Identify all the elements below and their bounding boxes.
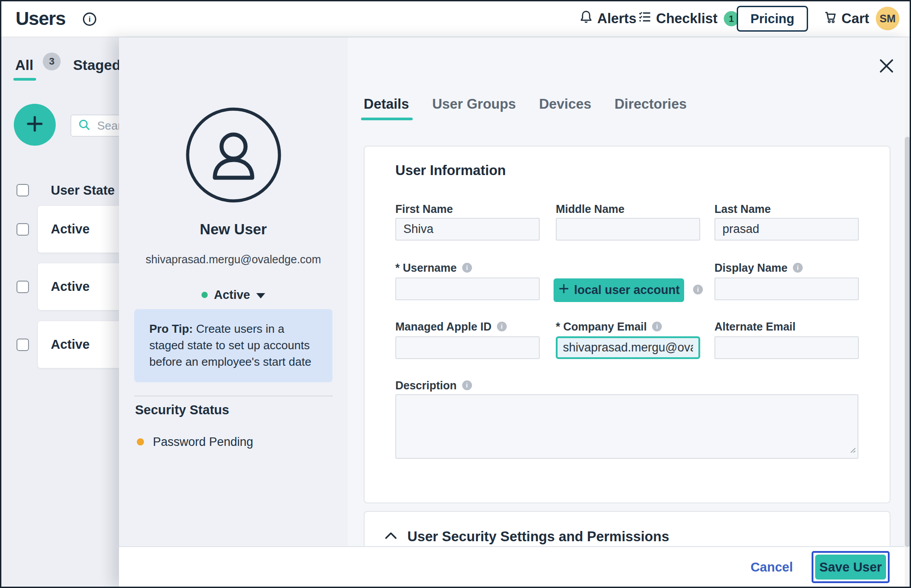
alternate-email-input[interactable] bbox=[714, 336, 859, 359]
plus-icon bbox=[25, 114, 44, 135]
status-label: Active bbox=[214, 288, 250, 302]
save-user-button[interactable]: Save User bbox=[815, 555, 886, 580]
divider bbox=[134, 396, 333, 396]
cart-button[interactable]: Cart bbox=[824, 0, 869, 37]
local-user-account-button[interactable]: local user account bbox=[554, 278, 684, 302]
display-name-input[interactable] bbox=[714, 278, 859, 300]
middle-name-input[interactable] bbox=[556, 218, 700, 241]
middle-name-label: Middle Name bbox=[556, 202, 624, 216]
checklist-icon bbox=[638, 10, 652, 27]
pro-tip-label: Pro Tip: bbox=[149, 322, 193, 335]
status-dot-amber bbox=[137, 438, 144, 445]
user-status-dropdown[interactable]: Active bbox=[119, 287, 348, 303]
description-label: Descriptioni bbox=[395, 379, 472, 392]
info-icon[interactable]: i bbox=[83, 12, 96, 26]
save-button-focus-ring: Save User bbox=[812, 551, 890, 583]
security-section-title: User Security Settings and Permissions bbox=[407, 529, 669, 545]
user-state-value: Active bbox=[51, 279, 90, 294]
managed-apple-id-input[interactable] bbox=[395, 336, 540, 359]
company-email-label: * Company Emaili bbox=[556, 320, 662, 333]
info-icon[interactable]: i bbox=[462, 263, 472, 273]
tab-directories[interactable]: Directories bbox=[615, 96, 687, 120]
profile-panel: New User shivaprasad.mergu@ovaledge.com … bbox=[119, 37, 348, 587]
cancel-button[interactable]: Cancel bbox=[751, 560, 793, 575]
last-name-label: Last Name bbox=[714, 202, 771, 216]
status-dot-green bbox=[201, 292, 208, 298]
pricing-button[interactable]: Pricing bbox=[737, 6, 808, 32]
row-checkbox[interactable] bbox=[16, 281, 29, 293]
tab-all[interactable]: All bbox=[15, 57, 33, 74]
cart-icon bbox=[824, 10, 837, 27]
username-input[interactable] bbox=[395, 278, 540, 300]
user-avatar-placeholder-icon bbox=[185, 107, 282, 205]
row-checkbox[interactable] bbox=[16, 339, 29, 351]
alerts-label: Alerts bbox=[597, 11, 636, 27]
checklist-button[interactable]: Checklist 1 bbox=[638, 0, 739, 37]
last-name-input[interactable] bbox=[714, 218, 859, 241]
column-user-state: User State bbox=[51, 183, 115, 198]
first-name-input[interactable] bbox=[395, 218, 540, 241]
scrollbar-track[interactable] bbox=[905, 37, 910, 587]
checklist-label: Checklist bbox=[656, 11, 718, 27]
bell-icon bbox=[579, 10, 593, 28]
managed-apple-id-label: Managed Apple IDi bbox=[395, 320, 507, 333]
info-icon[interactable]: i bbox=[462, 380, 472, 390]
tab-details[interactable]: Details bbox=[364, 96, 409, 120]
first-name-label: First Name bbox=[395, 202, 453, 216]
new-user-title: New User bbox=[119, 221, 348, 238]
info-icon[interactable]: i bbox=[652, 322, 662, 331]
search-icon bbox=[78, 118, 91, 133]
new-user-email: shivaprasad.mergu@ovaledge.com bbox=[119, 253, 348, 266]
alerts-button[interactable]: Alerts bbox=[579, 0, 636, 37]
row-checkbox[interactable] bbox=[16, 223, 29, 236]
tab-user-groups[interactable]: User Groups bbox=[432, 96, 516, 120]
drawer-footer: Cancel Save User bbox=[119, 546, 910, 587]
info-icon[interactable]: i bbox=[497, 322, 507, 331]
user-avatar[interactable]: SM bbox=[876, 7, 899, 30]
description-textarea[interactable] bbox=[395, 394, 858, 459]
drawer-tabs: Details User Groups Devices Directories bbox=[364, 96, 687, 120]
top-nav: Users i Alerts Checklist 1 Pricing Cart … bbox=[0, 0, 911, 37]
display-name-label: Display Namei bbox=[714, 261, 803, 274]
user-information-title: User Information bbox=[395, 163, 506, 179]
info-icon[interactable]: i bbox=[693, 285, 703, 294]
password-pending-label: Password Pending bbox=[153, 435, 253, 449]
info-icon[interactable]: i bbox=[793, 263, 803, 273]
tab-devices[interactable]: Devices bbox=[539, 96, 591, 120]
scrollbar-thumb[interactable] bbox=[905, 137, 910, 547]
user-state-value: Active bbox=[51, 337, 90, 352]
select-all-checkbox[interactable] bbox=[16, 184, 29, 196]
username-label: * Usernamei bbox=[395, 261, 472, 274]
add-user-button[interactable] bbox=[14, 104, 56, 146]
close-icon[interactable] bbox=[877, 56, 896, 76]
security-status-title: Security Status bbox=[135, 403, 229, 417]
tab-all-count-badge: 3 bbox=[43, 53, 61, 70]
chevron-down-icon bbox=[256, 293, 265, 298]
cart-label: Cart bbox=[841, 11, 869, 27]
pro-tip-box: Pro Tip: Create users in a staged state … bbox=[134, 309, 332, 382]
plus-icon bbox=[558, 283, 570, 298]
new-user-drawer: New User shivaprasad.mergu@ovaledge.com … bbox=[119, 37, 910, 587]
page-title: Users bbox=[16, 8, 66, 29]
chevron-up-icon[interactable] bbox=[384, 531, 398, 543]
user-state-value: Active bbox=[51, 222, 90, 237]
security-status-row: Password Pending bbox=[137, 434, 253, 450]
alternate-email-label: Alternate Email bbox=[714, 320, 796, 333]
user-information-card: User Information First Name Middle Name … bbox=[364, 146, 890, 503]
company-email-input[interactable] bbox=[556, 336, 700, 359]
